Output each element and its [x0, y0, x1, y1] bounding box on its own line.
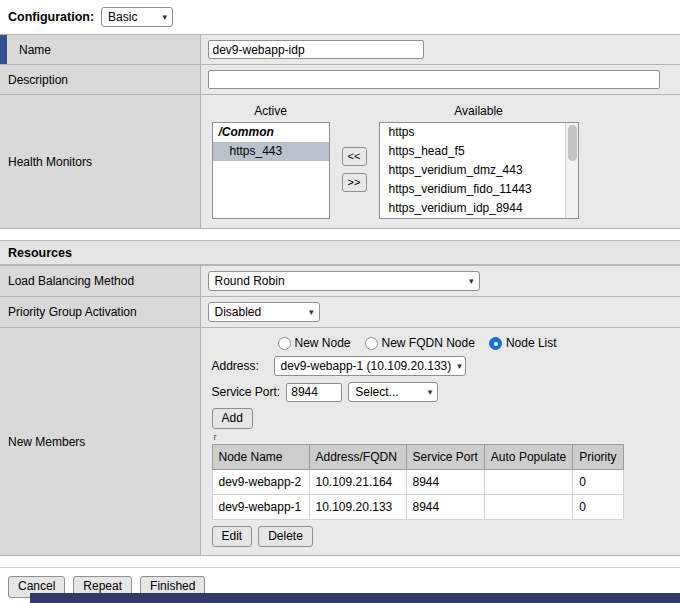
service-port-input[interactable] — [286, 383, 342, 402]
address-cell: 10.109.20.133 — [309, 495, 406, 520]
priority-cell: 0 — [573, 495, 623, 520]
radio-node-list-label: Node List — [506, 336, 557, 350]
name-input[interactable] — [208, 40, 424, 59]
members-table: Node Name Address/FQDN Service Port Auto… — [212, 444, 624, 520]
member-type-radio-group: New Node New FQDN Node Node List — [212, 336, 557, 350]
health-monitors-label-cell: Health Monitors — [0, 95, 200, 229]
active-monitors-listbox[interactable]: /Common https_443 — [212, 122, 330, 219]
chevron-down-icon: ▾ — [309, 308, 314, 317]
service-port-row: Service Port: Select... ▾ — [212, 382, 439, 402]
address-select[interactable]: dev9-webapp-1 (10.109.20.133) ▾ — [274, 356, 466, 376]
general-settings-table: Name Description Health Monitors Active … — [0, 34, 680, 229]
load-balancing-row: Load Balancing Method Round Robin ▾ — [0, 266, 680, 297]
priority-group-label: Priority Group Activation — [8, 305, 137, 319]
priority-group-select[interactable]: Disabled ▾ — [208, 302, 320, 322]
radio-new-fqdn-node[interactable]: New FQDN Node — [365, 336, 475, 350]
chevron-down-icon: ▾ — [428, 388, 433, 397]
new-members-label: New Members — [8, 435, 85, 449]
chevron-down-icon: ▾ — [163, 13, 168, 22]
radio-icon — [278, 337, 291, 350]
move-to-active-button[interactable]: << — [342, 147, 367, 166]
new-members-value-cell: New Node New FQDN Node Node List Address… — [200, 328, 680, 556]
stray-text: r — [214, 433, 217, 441]
configuration-label: Configuration: — [8, 10, 94, 24]
name-label: Name — [19, 43, 51, 57]
list-item[interactable]: https_veridium_idp_8944 — [380, 199, 578, 218]
configuration-bar: Configuration: Basic ▾ — [0, 0, 680, 34]
member-action-buttons: Edit Delete — [212, 526, 313, 547]
radio-selected-icon — [489, 337, 502, 350]
name-value-cell — [200, 35, 680, 65]
table-row[interactable]: dev9-webapp-1 10.109.20.133 8944 0 — [212, 495, 623, 520]
service-port-select-value: Select... — [355, 385, 398, 399]
load-balancing-select-value: Round Robin — [215, 274, 285, 288]
priority-group-row: Priority Group Activation Disabled ▾ — [0, 297, 680, 328]
node-name-cell: dev9-webapp-1 — [212, 495, 309, 520]
address-row: Address: dev9-webapp-1 (10.109.20.133) ▾ — [212, 356, 466, 376]
required-marker-icon — [0, 35, 7, 64]
list-item[interactable]: https — [380, 123, 578, 142]
add-button[interactable]: Add — [212, 408, 253, 429]
edit-button[interactable]: Edit — [212, 526, 253, 547]
members-table-header-row: Node Name Address/FQDN Service Port Auto… — [212, 445, 623, 470]
service-port-cell: 8944 — [406, 470, 484, 495]
delete-button[interactable]: Delete — [258, 526, 313, 547]
priority-group-select-value: Disabled — [215, 305, 262, 319]
load-balancing-label-cell: Load Balancing Method — [0, 266, 200, 297]
available-header: Available — [454, 104, 502, 118]
scrollbar-thumb[interactable] — [568, 125, 577, 161]
column-header: Node Name — [212, 445, 309, 470]
description-label-cell: Description — [0, 65, 200, 95]
new-members-form: New Node New FQDN Node Node List Address… — [208, 333, 674, 550]
column-header: Priority — [573, 445, 623, 470]
chevron-down-icon: ▾ — [469, 277, 474, 286]
radio-node-list[interactable]: Node List — [489, 336, 557, 350]
description-row: Description — [0, 65, 680, 95]
resources-settings-table: Load Balancing Method Round Robin ▾ Prio… — [0, 265, 680, 556]
description-value-cell — [200, 65, 680, 95]
service-port-select[interactable]: Select... ▾ — [348, 382, 438, 402]
radio-new-fqdn-node-label: New FQDN Node — [382, 336, 475, 350]
load-balancing-select[interactable]: Round Robin ▾ — [208, 271, 480, 291]
scrollbar[interactable] — [565, 123, 578, 218]
active-monitors-column: Active /Common https_443 — [212, 104, 330, 219]
priority-group-label-cell: Priority Group Activation — [0, 297, 200, 328]
priority-cell: 0 — [573, 470, 623, 495]
radio-new-node[interactable]: New Node — [278, 336, 351, 350]
health-monitors-label: Health Monitors — [8, 155, 92, 169]
description-input[interactable] — [208, 70, 660, 89]
health-monitors-value-cell: Active /Common https_443 << >> Available… — [200, 95, 680, 229]
health-monitors-picker: Active /Common https_443 << >> Available… — [208, 100, 674, 223]
available-monitors-column: Available https https_head_f5 https_veri… — [379, 104, 579, 219]
table-row[interactable]: dev9-webapp-2 10.109.21.164 8944 0 — [212, 470, 623, 495]
chevron-down-icon: ▾ — [457, 362, 462, 371]
address-select-value: dev9-webapp-1 (10.109.20.133) — [281, 359, 452, 373]
name-label-cell: Name — [0, 35, 200, 65]
new-members-row: New Members New Node New FQDN Node Node … — [0, 328, 680, 556]
health-monitors-row: Health Monitors Active /Common https_443… — [0, 95, 680, 229]
list-item[interactable]: https_veridium_dmz_443 — [380, 161, 578, 180]
partition-group-label: /Common — [213, 123, 329, 142]
bottom-status-bar — [30, 593, 680, 603]
auto-populate-cell — [484, 470, 572, 495]
list-item[interactable]: https_veridium_fido_11443 — [380, 180, 578, 199]
priority-group-value-cell: Disabled ▾ — [200, 297, 680, 328]
load-balancing-value-cell: Round Robin ▾ — [200, 266, 680, 297]
list-item[interactable]: https_head_f5 — [380, 142, 578, 161]
service-port-cell: 8944 — [406, 495, 484, 520]
available-monitors-listbox[interactable]: https https_head_f5 https_veridium_dmz_4… — [379, 122, 579, 219]
radio-icon — [365, 337, 378, 350]
node-name-cell: dev9-webapp-2 — [212, 470, 309, 495]
load-balancing-label: Load Balancing Method — [8, 274, 134, 288]
description-label: Description — [8, 73, 68, 87]
move-to-available-button[interactable]: >> — [342, 173, 367, 192]
service-port-label: Service Port: — [212, 385, 281, 399]
column-header: Auto Populate — [484, 445, 572, 470]
configuration-select[interactable]: Basic ▾ — [101, 7, 173, 27]
list-item[interactable]: https_443 — [213, 142, 329, 161]
monitor-move-buttons: << >> — [342, 147, 367, 192]
address-label: Address: — [212, 359, 268, 373]
address-cell: 10.109.21.164 — [309, 470, 406, 495]
name-row: Name — [0, 35, 680, 65]
column-header: Address/FQDN — [309, 445, 406, 470]
